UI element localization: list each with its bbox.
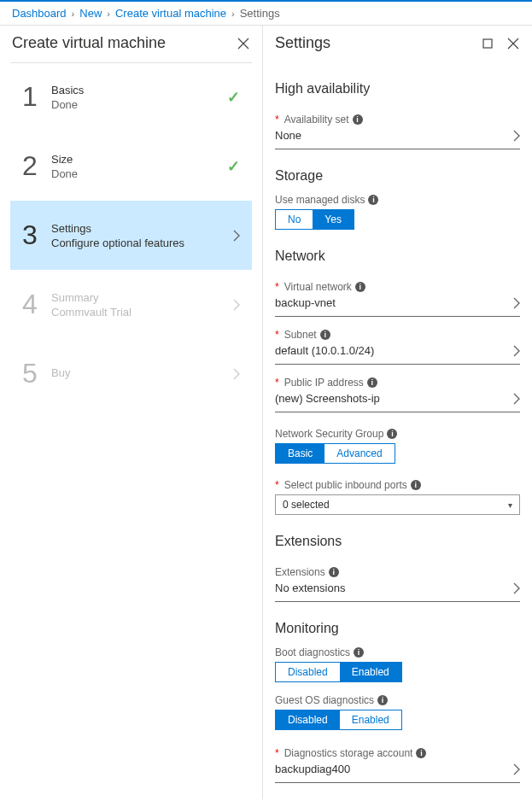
required-indicator: * [275, 377, 279, 389]
chevron-right-icon [233, 230, 240, 242]
step-subtitle: Done [51, 167, 227, 180]
diag-storage-value: backupdiag400 [275, 761, 350, 777]
step-summary[interactable]: 4 Summary Commvault Trial [10, 270, 252, 339]
virtual-network-picker[interactable]: backup-vnet [275, 293, 520, 311]
guest-diag-disabled[interactable]: Disabled [276, 710, 340, 729]
info-icon[interactable]: i [353, 114, 363, 125]
chevron-down-icon: ▾ [508, 500, 512, 510]
step-number: 4 [22, 289, 51, 320]
availability-set-value: None [275, 127, 301, 143]
guest-diag-toggle: Disabled Enabled [275, 710, 402, 730]
info-icon[interactable]: i [354, 647, 364, 658]
checkmark-icon: ✓ [227, 88, 240, 107]
section-monitoring: Monitoring [275, 602, 520, 641]
subnet-value: default (10.0.1.0/24) [275, 342, 374, 359]
right-panel-title: Settings [275, 34, 330, 52]
info-icon[interactable]: i [368, 195, 378, 205]
chevron-right-icon: › [107, 9, 110, 19]
steps-list: 1 Basics Done ✓ 2 Size Done ✓ 3 Settings [0, 62, 262, 408]
section-network: Network [275, 230, 520, 269]
step-title: Summary [51, 291, 233, 304]
managed-disks-toggle: No Yes [275, 209, 354, 230]
info-icon[interactable]: i [355, 282, 365, 292]
step-subtitle: Done [51, 98, 227, 111]
managed-disks-yes[interactable]: Yes [313, 210, 354, 229]
boot-diag-toggle: Disabled Enabled [275, 662, 402, 682]
section-extensions: Extensions [275, 515, 520, 554]
step-settings[interactable]: 3 Settings Configure optional features [10, 201, 252, 270]
info-icon[interactable]: i [367, 377, 377, 388]
maximize-icon[interactable] [481, 37, 494, 50]
nsg-advanced[interactable]: Advanced [324, 444, 394, 463]
guest-diag-label: Guest OS diagnostics [275, 694, 374, 706]
chevron-right-icon [513, 393, 520, 405]
step-basics[interactable]: 1 Basics Done ✓ [10, 62, 252, 132]
extensions-picker[interactable]: No extensions [275, 578, 520, 596]
checkmark-icon: ✓ [227, 157, 240, 176]
public-ip-picker[interactable]: (new) Screenshots-ip [275, 389, 520, 406]
info-icon[interactable]: i [411, 480, 421, 490]
required-indicator: * [275, 329, 279, 341]
step-number: 1 [22, 81, 51, 113]
chevron-right-icon [513, 297, 520, 309]
required-indicator: * [275, 114, 279, 126]
breadcrumb-link-dashboard[interactable]: Dashboard [12, 7, 67, 20]
step-subtitle: Configure optional features [51, 237, 233, 249]
nsg-basic[interactable]: Basic [276, 444, 324, 463]
boot-diag-enabled[interactable]: Enabled [340, 663, 401, 681]
left-panel-title: Create virtual machine [12, 34, 166, 52]
boot-diag-disabled[interactable]: Disabled [276, 663, 340, 681]
subnet-label: Subnet [284, 329, 317, 341]
public-ip-label: Public IP address [284, 377, 364, 389]
section-storage: Storage [275, 149, 520, 189]
required-indicator: * [275, 747, 279, 759]
chevron-right-icon [513, 345, 520, 357]
inbound-ports-label: Select public inbound ports [284, 479, 407, 491]
diag-storage-label: Diagnostics storage account [284, 747, 413, 759]
step-title: Size [51, 153, 227, 166]
inbound-ports-select[interactable]: 0 selected ▾ [275, 494, 520, 515]
breadcrumb: Dashboard › New › Create virtual machine… [0, 2, 532, 26]
subnet-picker[interactable]: default (10.0.1.0/24) [275, 341, 520, 359]
info-icon[interactable]: i [377, 695, 388, 705]
chevron-right-icon [513, 763, 520, 775]
breadcrumb-current: Settings [240, 7, 280, 20]
close-icon[interactable] [506, 37, 520, 50]
close-icon[interactable] [237, 37, 250, 50]
step-subtitle: Commvault Trial [51, 306, 233, 319]
step-size[interactable]: 2 Size Done ✓ [10, 132, 252, 201]
step-number: 5 [22, 358, 51, 389]
right-panel: Settings High availability * Availabilit… [263, 26, 532, 799]
required-indicator: * [275, 281, 279, 293]
virtual-network-label: Virtual network [284, 281, 352, 293]
chevron-right-icon [233, 299, 240, 311]
extensions-value: No extensions [275, 580, 345, 596]
step-title: Buy [51, 366, 233, 379]
availability-set-picker[interactable]: None [275, 126, 520, 143]
diag-storage-picker[interactable]: backupdiag400 [275, 759, 520, 777]
step-title: Settings [51, 222, 233, 235]
public-ip-value: (new) Screenshots-ip [275, 390, 380, 406]
step-title: Basics [51, 84, 227, 96]
info-icon[interactable]: i [416, 748, 426, 758]
chevron-right-icon: › [72, 9, 75, 19]
step-number: 3 [22, 219, 51, 251]
managed-disks-no[interactable]: No [276, 210, 313, 229]
nsg-label: Network Security Group [275, 428, 383, 440]
virtual-network-value: backup-vnet [275, 295, 336, 311]
step-buy[interactable]: 5 Buy [10, 339, 252, 408]
breadcrumb-link-new[interactable]: New [79, 7, 102, 20]
svg-rect-0 [483, 39, 492, 48]
info-icon[interactable]: i [320, 330, 330, 340]
info-icon[interactable]: i [387, 429, 397, 439]
guest-diag-enabled[interactable]: Enabled [340, 710, 401, 729]
nsg-toggle: Basic Advanced [275, 443, 395, 464]
chevron-right-icon [513, 582, 520, 594]
chevron-right-icon [513, 130, 520, 142]
extensions-label: Extensions [275, 566, 325, 578]
info-icon[interactable]: i [329, 567, 339, 577]
breadcrumb-link-create-vm[interactable]: Create virtual machine [115, 7, 226, 20]
chevron-right-icon: › [231, 9, 235, 19]
chevron-right-icon [233, 368, 240, 380]
step-number: 2 [22, 150, 51, 182]
